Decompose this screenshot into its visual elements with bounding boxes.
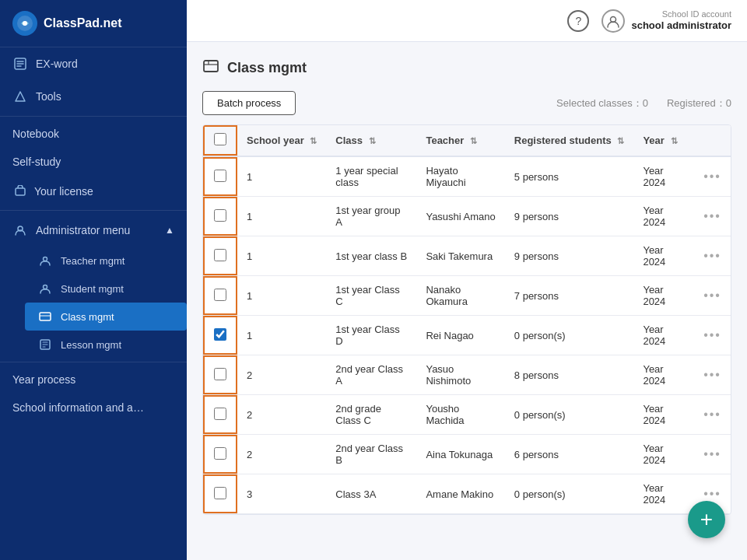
table-row: 22nd year Class BAina Tokunaga6 personsY… [203,435,731,474]
table-row: 22nd grade Class CYousho Machida0 person… [203,395,731,435]
row-checkbox[interactable] [214,249,226,261]
col-school-year[interactable]: School year ⇅ [237,125,326,156]
batch-process-button[interactable]: Batch process [202,91,296,115]
cell-registered-students: 0 person(s) [505,316,634,355]
row-checkbox-cell [203,435,237,474]
page-title: Class mgmt [227,60,307,76]
sidebar-item-notebook[interactable]: Notebook [0,120,187,148]
cell-registered-students: 8 persons [505,355,634,395]
row-actions-button[interactable]: ••• [703,447,721,460]
sidebar-item-admin-menu[interactable]: Administrator menu ▲ [0,214,187,247]
table-header-row: School year ⇅ Class ⇅ Teacher ⇅ Register… [203,125,731,156]
class-mgmt-icon [202,58,219,79]
sidebar-item-selfstudy[interactable]: Self-study [0,148,187,176]
cell-registered-students: 0 person(s) [505,395,634,435]
cell-class: 2nd year Class B [326,435,416,474]
sidebar-item-student-mgmt[interactable]: Student mgmt [25,275,187,303]
cell-registered-students: 5 persons [505,156,634,197]
table-row: 11st year Class DRei Nagao0 person(s)Yea… [203,316,731,355]
sidebar-item-year-process[interactable]: Year process [0,366,187,394]
sidebar-item-lesson-mgmt[interactable]: Lesson mgmt [25,331,187,359]
row-actions-button[interactable]: ••• [703,170,721,183]
sort-icon-teacher: ⇅ [470,136,477,145]
row-checkbox[interactable] [214,487,226,499]
cell-actions: ••• [694,276,731,316]
license-icon [12,184,28,199]
row-actions-button[interactable]: ••• [703,487,721,500]
cell-teacher: Rei Nagao [416,316,504,355]
row-actions-button[interactable]: ••• [703,249,721,262]
cell-actions: ••• [694,355,731,395]
table-row: 11st year class BSaki Takemura9 personsY… [203,236,731,276]
table-row: 22nd year Class AYasuo Nishimoto8 person… [203,355,731,395]
sidebar-item-tools[interactable]: Tools [0,80,187,113]
help-icon[interactable]: ? [567,10,589,32]
cell-class: 2nd year Class A [326,355,416,395]
row-actions-button[interactable]: ••• [703,368,721,381]
cell-school-year: 2 [237,435,326,474]
row-checkbox[interactable] [214,209,226,222]
sidebar-item-class-mgmt[interactable]: Class mgmt [25,303,187,331]
sidebar-logo[interactable]: ClassPad.net [0,0,187,47]
row-actions-button[interactable]: ••• [703,209,721,222]
header-user-info: School ID account school administrator [601,9,731,33]
row-checkbox-cell [203,395,237,435]
teacher-icon [37,253,53,268]
cell-teacher: Saki Takemura [416,236,504,276]
student-mgmt-label: Student mgmt [61,283,174,295]
cell-actions: ••• [694,395,731,435]
cell-year: Year 2024 [633,355,694,395]
cell-year: Year 2024 [633,197,694,236]
cell-school-year: 1 [237,197,326,236]
content-area: Class mgmt Batch process Selected classe… [187,42,747,560]
col-teacher[interactable]: Teacher ⇅ [416,125,504,156]
cell-teacher: Amane Makino [416,474,504,514]
sidebar-item-license[interactable]: Your license [0,176,187,207]
row-checkbox-cell [203,197,237,236]
svg-point-6 [44,285,47,289]
col-registered-students[interactable]: Registered students ⇅ [505,125,634,156]
row-actions-button[interactable]: ••• [703,289,721,302]
table-body: 11 year special classHayato Miyauchi5 pe… [203,156,731,514]
selected-classes-label: Selected classes：0 [556,96,648,110]
add-class-fab[interactable]: + [688,501,725,538]
table-row: 11st year group AYasushi Amano9 personsY… [203,197,731,236]
row-actions-button[interactable]: ••• [703,408,721,421]
col-year[interactable]: Year ⇅ [633,125,694,156]
class-icon [37,309,53,324]
year-process-label: Year process [12,373,75,386]
cell-class: Class 3A [326,474,416,514]
cell-registered-students: 0 person(s) [505,474,634,514]
master-checkbox[interactable] [214,133,226,145]
table-row: 3Class 3AAmane Makino0 person(s)Year 202… [203,474,731,514]
row-checkbox[interactable] [214,447,226,460]
school-info-label: School information and a… [12,401,144,414]
master-checkbox-header [203,125,237,156]
cell-registered-students: 7 persons [505,276,634,316]
cell-year: Year 2024 [633,276,694,316]
cell-actions: ••• [694,156,731,197]
sidebar-tools-label: Tools [36,90,174,103]
sidebar-item-teacher-mgmt[interactable]: Teacher mgmt [25,247,187,275]
row-checkbox[interactable] [214,170,226,182]
main-area: ? School ID account school administrator… [187,0,747,560]
cell-school-year: 1 [237,236,326,276]
svg-rect-10 [204,61,218,72]
col-class[interactable]: Class ⇅ [326,125,416,156]
sidebar-item-exword[interactable]: EX-word [0,47,187,80]
cell-year: Year 2024 [633,236,694,276]
lesson-icon [37,337,53,352]
sidebar-item-school-info[interactable]: School information and a… [0,394,187,422]
cell-class: 1st year Class C [326,276,416,316]
row-checkbox[interactable] [214,368,226,380]
row-actions-button[interactable]: ••• [703,328,721,341]
row-checkbox[interactable] [214,328,226,341]
cell-teacher: Hayato Miyauchi [416,156,504,197]
cell-class: 1st year group A [326,197,416,236]
row-checkbox[interactable] [214,408,226,420]
exword-icon [12,56,28,72]
row-checkbox-cell [203,316,237,355]
row-checkbox-cell [203,156,237,197]
row-checkbox[interactable] [214,289,226,301]
school-id-label: School ID account [631,9,731,19]
